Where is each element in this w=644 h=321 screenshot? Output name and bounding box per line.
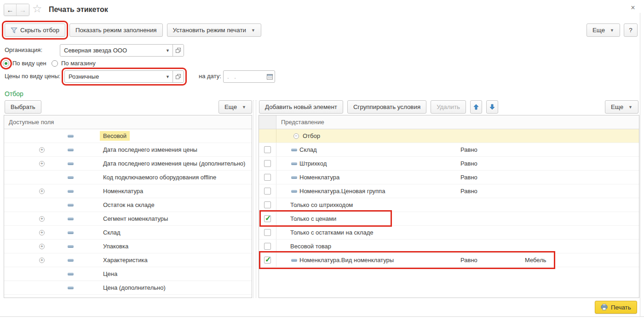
filter-row-only-with-barcode[interactable]: Только со штрихкодом [259,198,639,212]
field-row-packaging[interactable]: + Упаковка [4,240,252,253]
field-row-date-changed[interactable]: + Дата последнего изменения цены [4,143,252,157]
field-row-price-extra[interactable]: Цена (дополнительно) [4,281,252,295]
filter-row-nomenclature[interactable]: Номенклатура Равно [259,171,639,184]
filter-conditions-table: Представление − Отбор Склад Равно Штрихк… [259,115,639,298]
field-row-warehouse[interactable]: + Склад [4,226,252,240]
radio-by-price-type-label: По виду цен [12,60,46,67]
close-icon[interactable]: × [628,4,638,12]
field-label: Склад [103,229,121,236]
condition-cell: Равно [460,174,477,181]
row-checkbox[interactable] [264,146,271,153]
more-button-left-panel[interactable]: Еще ▼ [218,100,252,114]
filter-row-warehouse[interactable]: Склад Равно [259,143,639,157]
set-print-mode-button[interactable]: Установить режим печати ▼ [167,23,261,37]
checkbox-cell [259,212,276,225]
radio-dot-icon[interactable] [52,60,58,67]
hide-filter-button[interactable]: Скрыть отбор [5,23,65,37]
attribute-icon [68,273,74,275]
add-element-button[interactable]: Добавить новый элемент [259,100,343,114]
filter-row-only-with-stock[interactable]: Только с остатками на складе [259,226,639,240]
row-checkbox[interactable] [264,229,271,236]
filter-row-price-group[interactable]: Номенклатура.Ценовая группа Равно [259,184,639,198]
field-label: Цена (дополнительно) [103,284,166,291]
more-button-right-panel[interactable]: Еще ▼ [605,100,638,114]
attribute-icon [68,231,74,234]
dropdown-arrow-icon[interactable]: ▼ [163,71,172,82]
radio-dot-icon[interactable] [3,60,9,67]
filter-funnel-icon [11,27,17,34]
filter-row-only-with-prices[interactable]: Только с ценами [259,212,639,226]
group-row-label: Отбор [303,132,320,139]
expand-plus-icon[interactable]: + [39,244,45,249]
checkbox-cell [259,253,276,267]
group-conditions-button[interactable]: Сгруппировать условия [347,100,426,114]
price-type-combobox[interactable]: Розничные ▼ [64,70,184,83]
field-row-offline-code[interactable]: Код подключаемого оборудования offline [4,171,252,184]
condition-cell: Равно [460,188,477,195]
filter-row-barcode[interactable]: Штрихкод Равно [259,157,639,171]
expand-plus-icon[interactable]: + [39,216,45,222]
price-type-label: Цены по виду цены: [5,73,60,80]
date-value: . . [224,71,265,82]
dropdown-arrow-icon[interactable]: ▼ [163,45,172,56]
checkbox-cell [259,184,276,198]
field-row-characteristic[interactable]: + Характеристика [4,253,252,267]
select-button[interactable]: Выбрать [5,100,41,114]
arrow-up-icon [473,104,479,110]
move-down-button[interactable] [486,100,498,114]
expand-plus-icon[interactable]: + [39,161,45,166]
row-checkbox[interactable] [264,201,271,208]
organization-combobox[interactable]: Северная звезда ООО ▼ [60,44,184,57]
filter-row-label: Штрихкод [299,160,327,167]
move-up-button[interactable] [470,100,482,114]
toolbar-right: Еще ▼ ? [586,23,638,37]
attribute-icon [291,190,297,193]
expand-plus-icon[interactable]: + [39,230,45,235]
calendar-icon[interactable] [265,71,275,82]
delete-button[interactable]: Удалить [431,100,466,114]
condition-cell: Равно [460,257,477,264]
favorite-star-icon[interactable]: ☆ [32,3,42,15]
open-form-icon[interactable] [172,45,184,56]
field-row-price[interactable]: Цена [4,267,252,281]
attribute-icon [68,135,74,138]
back-arrow-icon: ← [7,6,14,14]
show-fill-mode-button[interactable]: Показать режим заполнения [69,23,163,37]
field-row-date-changed-extra[interactable]: + Дата последнего изменения цены (дополн… [4,157,252,171]
filter-row-label: Номенклатура.Вид номенклатуры [299,257,394,264]
forward-button[interactable]: → [17,4,29,16]
date-input[interactable]: . . [223,70,275,83]
filter-row-nomenclature-kind[interactable]: Номенклатура.Вид номенклатуры Равно Мебе… [259,253,639,267]
open-form-icon[interactable] [172,71,184,82]
row-checkbox[interactable] [264,243,271,250]
expand-plus-icon[interactable]: + [39,189,45,194]
toolbar: Скрыть отбор Показать режим заполнения У… [5,23,261,37]
panel-splitter[interactable] [253,100,256,298]
row-checkbox[interactable] [264,160,271,167]
collapse-minus-icon[interactable]: − [293,133,299,139]
group-conditions-label: Сгруппировать условия [353,103,420,110]
expand-plus-icon[interactable]: + [39,258,45,263]
field-row-nomenclature[interactable]: + Номенклатура [4,184,252,198]
print-button[interactable]: Печать [595,301,637,314]
help-label: ? [629,27,632,34]
row-checkbox[interactable] [264,215,271,222]
row-checkbox[interactable] [264,257,271,264]
row-checkbox[interactable] [264,174,271,181]
field-row-stock[interactable]: Остаток на складе [4,198,252,212]
help-button[interactable]: ? [624,23,638,37]
filter-row-weighted-goods[interactable]: Весовой товар [259,240,639,253]
set-print-mode-label: Установить режим печати [173,27,246,34]
radio-by-store[interactable]: По магазину [52,60,96,67]
more-button-toolbar[interactable]: Еще ▼ [586,23,620,37]
more-label: Еще [224,103,237,110]
radio-by-price-type[interactable]: По виду цен [3,60,46,67]
expand-plus-icon[interactable]: + [39,147,45,153]
field-row-vesovoy[interactable]: Весовой [4,129,252,143]
field-label: Остаток на складе [103,201,155,208]
row-checkbox[interactable] [264,188,271,195]
back-button[interactable]: ← [4,4,17,16]
field-row-segment[interactable]: + Сегмент номенклатуры [4,212,252,226]
filter-group-row[interactable]: − Отбор [259,129,639,143]
attribute-icon [68,259,74,262]
